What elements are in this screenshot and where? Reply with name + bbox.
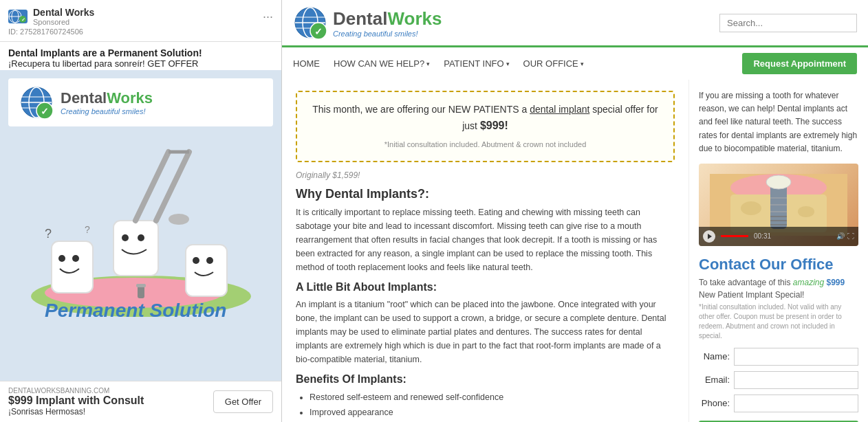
site-header: ✓ DentalWorks Creating beautiful smiles! [282, 0, 868, 47]
ad-banner-text: DentalWorks Creating beautiful smiles! [61, 89, 153, 115]
video-thumbnail[interactable]: 00:31 🔊 ⛶ [699, 164, 858, 246]
svg-text:✓: ✓ [314, 26, 323, 37]
contact-price: $999 [826, 278, 845, 287]
why-implants-heading: Why Dental Implants?: [296, 187, 675, 201]
ad-id: ID: 275281760724506 [8, 27, 273, 36]
email-row: Email: [699, 371, 858, 389]
play-button[interactable] [703, 230, 715, 243]
benefits-heading: Benefits Of Implants: [296, 373, 675, 386]
phone-row: Phone: [699, 395, 858, 412]
benefits-list: Restored self-esteem and renewed self-co… [296, 390, 675, 422]
site-logo: ✓ DentalWorks Creating beautiful smiles! [293, 5, 442, 40]
svg-point-42 [741, 201, 761, 215]
offer-underline: dental implant [530, 104, 589, 115]
about-implants-heading: A Little Bit About Implants: [296, 281, 675, 293]
svg-rect-14 [52, 241, 93, 293]
sidebar-intro: If you are missing a tooth for whatever … [699, 89, 858, 155]
how-can-we-help-arrow: ▾ [426, 60, 430, 67]
ad-tagline1: Dental Implants are a Permanent Solution… [8, 47, 273, 58]
ad-footer: DENTALWORKSBANNING.COM $999 Implant with… [0, 381, 281, 422]
svg-rect-26 [186, 245, 227, 296]
search-input[interactable] [719, 14, 857, 32]
request-appointment-button[interactable]: Request Appointment [742, 53, 857, 74]
ad-subtitle: ¡Sonrisas Hermosas! [8, 407, 144, 417]
ad-more-options[interactable]: ··· [263, 10, 273, 24]
website-panel: ✓ DentalWorks Creating beautiful smiles!… [282, 0, 868, 422]
contact-amazing: amazing [793, 278, 824, 287]
ad-url: DENTALWORKSBANNING.COM [8, 387, 144, 395]
ad-footer-info: DENTALWORKSBANNING.COM $999 Implant with… [8, 387, 144, 417]
list-item: Restored self-esteem and renewed self-co… [310, 390, 675, 406]
email-input[interactable] [734, 371, 858, 389]
ad-panel: ✓ Dental Works Sponsored ··· ID: 2752817… [0, 0, 282, 422]
ad-tagline2: ¡Recupera tu libertad para sonreír! GET … [8, 58, 273, 69]
contact-title: Contact Our Office [699, 256, 858, 274]
contact-subtitle: To take advantage of this amazing $999 N… [699, 276, 858, 301]
site-globe-icon: ✓ [293, 5, 327, 40]
offer-box: This month, we are offering our NEW PATI… [296, 91, 675, 162]
svg-rect-19 [113, 221, 158, 276]
svg-text:✓: ✓ [41, 106, 49, 117]
site-logo-text: DentalWorks Creating beautiful smiles! [333, 8, 442, 38]
ad-globe-icon: ✓ [19, 85, 54, 120]
ad-brand-row: ✓ Dental Works Sponsored [8, 7, 94, 26]
get-offer-button[interactable]: Get Offer [213, 390, 273, 413]
nav-patient-info[interactable]: PATIENT INFO ▾ [444, 58, 509, 69]
svg-point-25 [169, 214, 189, 225]
video-time: 00:31 [754, 232, 771, 240]
svg-point-43 [798, 206, 814, 217]
site-main: This month, we are offering our NEW PATI… [282, 80, 868, 422]
offer-price: $999! [480, 120, 508, 131]
offer-text: This month, we are offering our NEW PATI… [311, 102, 660, 135]
phone-label: Phone: [699, 398, 730, 408]
why-implants-body: It is critically important to replace mi… [296, 206, 675, 274]
list-item: Improved appearance [310, 405, 675, 421]
svg-point-16 [72, 255, 79, 262]
name-row: Name: [699, 348, 858, 366]
ad-image-area: ✓ DentalWorks Creating beautiful smiles! [0, 70, 281, 381]
svg-point-27 [193, 257, 199, 264]
ad-price: $999 Implant with Consult [8, 395, 144, 407]
ad-logo-icon: ✓ [8, 10, 28, 23]
search-area [719, 14, 857, 32]
svg-rect-30 [136, 284, 146, 287]
svg-text:Permanent Solution: Permanent Solution [45, 300, 226, 321]
site-tagline: Creating beautiful smiles! [333, 30, 442, 38]
teeth-illustration: ? ? [10, 131, 272, 344]
contact-note: *Initial consultation included. Not vali… [699, 302, 858, 341]
svg-point-15 [58, 255, 65, 262]
ad-sponsored-label: Sponsored [33, 18, 94, 26]
sidebar: If you are missing a tooth for whatever … [689, 80, 868, 422]
svg-text:?: ? [85, 224, 90, 235]
svg-rect-29 [138, 286, 144, 298]
svg-point-45 [766, 175, 791, 189]
svg-point-28 [206, 257, 213, 264]
nav-our-office[interactable]: OUR OFFICE ▾ [523, 58, 584, 69]
content-area: This month, we are offering our NEW PATI… [282, 80, 689, 422]
our-office-arrow: ▾ [581, 60, 584, 67]
name-input[interactable] [734, 348, 858, 366]
originally-price: Originally $1,599! [296, 170, 675, 180]
svg-point-20 [122, 234, 129, 241]
site-nav: HOME HOW CAN WE HELP? ▾ PATIENT INFO ▾ O… [282, 47, 868, 80]
ad-brand-name: Dental Works [33, 7, 94, 18]
svg-point-21 [138, 234, 144, 241]
ad-dw-banner: ✓ DentalWorks Creating beautiful smiles! [8, 78, 273, 126]
nav-home[interactable]: HOME [293, 58, 320, 69]
ad-header: ✓ Dental Works Sponsored ··· ID: 2752817… [0, 0, 281, 42]
video-control-icons: 🔊 ⛶ [836, 232, 854, 240]
nav-how-can-we-help[interactable]: HOW CAN WE HELP? ▾ [334, 58, 430, 69]
ad-banner-tagline: Creating beautiful smiles! [61, 107, 153, 115]
email-label: Email: [699, 375, 730, 385]
phone-input[interactable] [734, 395, 858, 412]
svg-text:?: ? [45, 227, 52, 241]
name-label: Name: [699, 351, 730, 362]
patient-info-arrow: ▾ [506, 60, 510, 67]
teeth-svg: ? ? [10, 131, 272, 324]
svg-text:✓: ✓ [21, 17, 25, 22]
about-implants-body: An implant is a titanium "root" which ca… [296, 298, 675, 366]
video-controls-bar[interactable]: 00:31 🔊 ⛶ [699, 227, 858, 246]
offer-note: *Initial consultation included. Abutment… [311, 139, 660, 151]
ad-tagline-area: Dental Implants are a Permanent Solution… [0, 42, 281, 70]
video-progress [721, 235, 748, 237]
